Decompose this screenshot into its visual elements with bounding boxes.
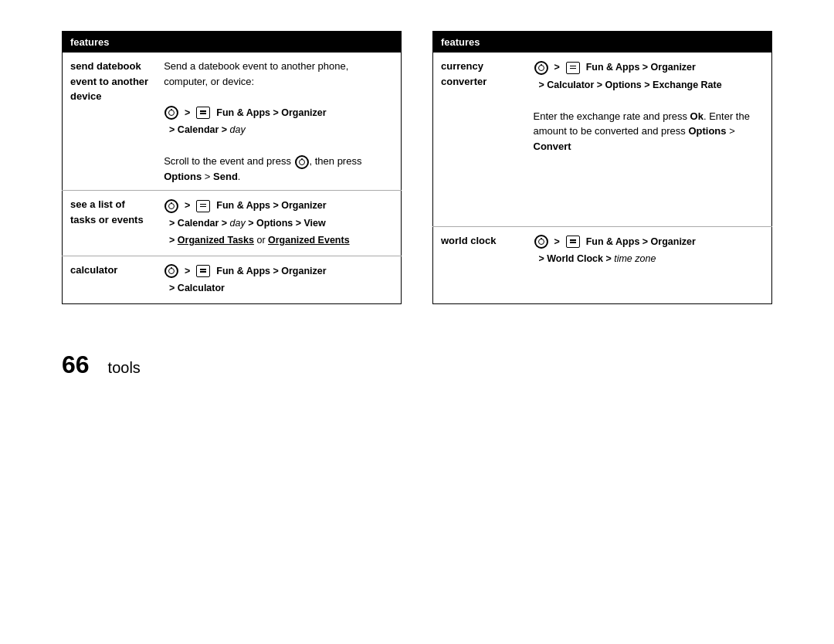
nav-instruction: > Fun & Apps > Organizer > World Clock >…	[534, 236, 696, 265]
feature-description: Send a datebook event to another phone, …	[156, 53, 401, 191]
app-icon	[566, 236, 580, 248]
desc-text: Send a datebook event to another phone, …	[164, 60, 348, 87]
feature-label: send datebookevent to anotherdevice	[70, 60, 148, 102]
table-row: calculator > Fun & Apps > Organizer > Ca…	[63, 256, 402, 303]
left-feature-table: features send datebookevent to anotherde…	[62, 31, 402, 304]
table-row: world clock > Fun & Apps > Organizer > W…	[433, 226, 772, 303]
table-row: currencyconverter > Fun & Apps > Organiz…	[433, 53, 772, 226]
page-section: tools	[108, 359, 141, 377]
feature-name: send datebookevent to anotherdevice	[63, 53, 157, 191]
page-footer: 66 tools	[62, 351, 141, 379]
feature-description: > Fun & Apps > Organizer > World Clock >…	[526, 226, 772, 303]
table-row: send datebookevent to anotherdevice Send…	[63, 53, 402, 191]
left-table-header: features	[63, 32, 402, 53]
page-number: 66	[62, 351, 90, 379]
nav-instruction: > Fun & Apps > Organizer > Calendar > da…	[164, 107, 326, 136]
right-table-header: features	[433, 32, 772, 53]
nav-icon	[164, 264, 178, 278]
feature-description: > Fun & Apps > Organizer > Calculator	[156, 256, 401, 303]
nav-icon-inline	[295, 155, 309, 169]
feature-name: world clock	[433, 226, 526, 303]
app-icon	[566, 62, 580, 74]
tables-container: features send datebookevent to anotherde…	[62, 31, 772, 304]
feature-name: calculator	[63, 256, 157, 303]
app-icon	[196, 200, 210, 212]
feature-name: currencyconverter	[433, 53, 526, 226]
app-icon	[196, 107, 210, 119]
right-feature-table: features currencyconverter > Fun & Apps …	[432, 31, 772, 304]
nav-instruction: > Fun & Apps > Organizer > Calculator > …	[534, 62, 722, 90]
app-icon	[196, 265, 210, 277]
nav-icon	[534, 235, 548, 249]
table-row: see a list oftasks or events > Fun & App…	[63, 191, 402, 256]
feature-description: > Fun & Apps > Organizer > Calculator > …	[526, 53, 772, 226]
feature-description: > Fun & Apps > Organizer > Calendar > da…	[156, 191, 401, 256]
desc-text: Enter the exchange rate and press Ok. En…	[534, 110, 750, 152]
nav-instruction: > Fun & Apps > Organizer > Calculator	[164, 266, 326, 294]
nav-instruction: > Fun & Apps > Organizer > Calendar > da…	[164, 200, 350, 246]
nav-icon	[534, 61, 548, 75]
nav-icon	[164, 106, 178, 120]
feature-name: see a list oftasks or events	[63, 191, 157, 256]
scroll-instruction: Scroll to the event and press , then pre…	[164, 155, 361, 182]
nav-icon	[164, 199, 178, 213]
